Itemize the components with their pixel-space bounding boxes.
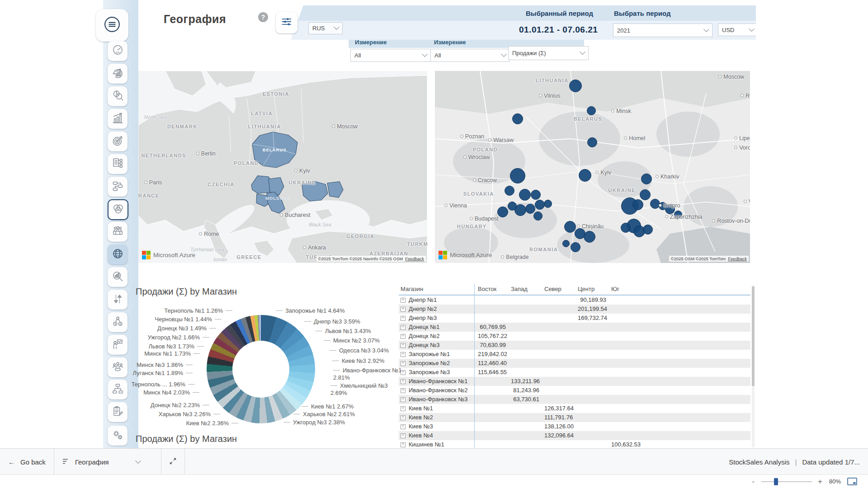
europe-choropleth-map[interactable]: MoscowESTONIALATVIALITHUANIADENMARKNorth… (138, 71, 427, 263)
table-row[interactable]: +Киев №2111,791.76 (399, 413, 750, 422)
dimension1-dropdown[interactable]: All (350, 49, 431, 62)
table-row[interactable]: +Днепр №190,189.93 (399, 296, 750, 305)
store-bubble[interactable] (525, 204, 535, 214)
help-icon[interactable]: ? (258, 12, 268, 22)
expand-icon[interactable]: + (401, 307, 406, 312)
table-row[interactable]: +Днепр №3169,732.74 (399, 314, 750, 323)
store-bubble[interactable] (640, 189, 651, 200)
expand-icon[interactable]: + (401, 298, 406, 303)
expand-icon[interactable]: + (401, 388, 406, 393)
page-selector[interactable]: География (54, 449, 161, 475)
expand-icon[interactable]: + (401, 397, 406, 402)
store-bubble[interactable] (544, 200, 552, 208)
expand-icon[interactable]: + (401, 424, 406, 429)
store-bubble[interactable] (632, 199, 643, 210)
donut-chart[interactable] (207, 315, 315, 423)
collapse-button[interactable] (161, 449, 185, 475)
sidebar-item-geography[interactable] (108, 244, 127, 264)
expand-icon[interactable]: + (401, 370, 406, 375)
store-bubble[interactable] (643, 225, 653, 235)
sidebar-item-inflow-outflow[interactable] (108, 290, 127, 310)
column-header-север[interactable]: Север (541, 284, 575, 295)
table-row[interactable]: +Донецк №160,769.95 (399, 323, 750, 332)
expand-icon[interactable]: + (401, 343, 406, 348)
sidebar-item-operations[interactable] (108, 426, 127, 446)
table-row[interactable]: +Киев №4132,096.64 (399, 431, 750, 440)
sidebar-item-kpi[interactable]: KPI (108, 41, 127, 61)
sidebar-item-team-desk[interactable] (108, 222, 127, 242)
table-row[interactable]: +Ивано-Франковск №281,243.96 (399, 386, 750, 395)
expand-icon[interactable]: + (401, 406, 406, 411)
expand-icon[interactable]: + (401, 316, 406, 321)
feedback-link[interactable]: Feedback (405, 256, 424, 261)
sidebar-item-sales-bars[interactable] (108, 109, 127, 129)
expand-icon[interactable]: + (401, 325, 406, 330)
expand-icon[interactable]: + (401, 352, 406, 357)
column-header-центр[interactable]: Центр (575, 284, 608, 295)
sidebar-item-store-analysis[interactable] (108, 267, 127, 287)
sidebar-item-distribution[interactable] (108, 380, 127, 399)
zoom-slider[interactable] (761, 481, 812, 482)
filter-settings-button[interactable] (276, 12, 297, 33)
store-bubble[interactable] (497, 206, 508, 217)
sidebar-item-audit[interactable] (108, 402, 127, 422)
store-bubble[interactable] (519, 189, 531, 201)
stores-bubble-map[interactable]: LITHUANIAVilniusMinskBELARUSMoscowRyazan… (435, 71, 750, 263)
table-row[interactable]: +Ивано-Франковск №363,730.61 (399, 395, 750, 404)
feedback-link[interactable]: Feedback (728, 256, 747, 261)
table-row[interactable]: +Запорожье №2112,460.40 (399, 359, 750, 368)
store-bubble[interactable] (621, 223, 631, 233)
table-scrollbar[interactable] (752, 286, 755, 447)
store-bubble[interactable] (571, 242, 580, 252)
table-row[interactable]: +Кишинев №1100,632.53 (399, 440, 750, 448)
store-bubble[interactable] (587, 106, 596, 115)
store-bubble[interactable] (579, 169, 591, 182)
table-row[interactable]: +Донецк №2105,767.22 (399, 332, 750, 341)
table-row[interactable]: +Донецк №370,630.99 (399, 341, 750, 350)
sidebar-item-analysis-search[interactable] (108, 86, 127, 106)
expand-icon[interactable]: + (401, 361, 406, 366)
language-dropdown[interactable]: RUS (308, 22, 343, 34)
store-bubble[interactable] (562, 240, 570, 247)
sidebar-item-dynamics[interactable] (108, 64, 127, 84)
column-header-юг[interactable]: Юг (608, 284, 642, 295)
store-bubble[interactable] (510, 168, 525, 183)
store-bubble[interactable] (564, 221, 576, 233)
column-header-восток[interactable]: Восток (475, 284, 508, 295)
expand-icon[interactable]: + (401, 334, 406, 339)
table-row[interactable]: +Запорожье №3115,646.55 (399, 368, 750, 377)
measure-dropdown[interactable]: Продажи (Σ) (508, 46, 589, 60)
table-row[interactable]: +Ивано-Франковск №1133,211.96 (399, 377, 750, 386)
sidebar-item-staff-finance[interactable]: $ (108, 312, 127, 332)
store-bubble[interactable] (641, 174, 652, 184)
expand-icon[interactable]: + (401, 433, 406, 438)
table-row[interactable]: +Киев №1126,317.64 (399, 404, 750, 413)
expand-icon[interactable]: + (401, 379, 406, 384)
fullscreen-icon[interactable] (847, 478, 857, 485)
zoom-out-button[interactable]: - (750, 477, 757, 486)
store-bubble[interactable] (569, 80, 582, 92)
expand-icon[interactable]: + (401, 415, 406, 420)
zoom-in-button[interactable]: + (816, 477, 824, 486)
go-back-button[interactable]: ← Go back (0, 449, 54, 475)
store-bubble[interactable] (531, 190, 541, 200)
store-bubble[interactable] (533, 211, 542, 221)
store-bubble[interactable] (535, 200, 545, 210)
store-bubble[interactable] (512, 113, 523, 124)
sidebar-item-presentation[interactable] (108, 335, 127, 355)
period-dropdown[interactable]: 2021 (613, 23, 712, 37)
table-row[interactable]: +Запорожье №1219,842.02 (399, 350, 750, 359)
column-header-store[interactable]: Магазин (399, 284, 475, 295)
table-row[interactable]: +Киев №3138,126.00 (399, 422, 750, 431)
expand-icon[interactable]: + (401, 442, 406, 447)
currency-dropdown[interactable]: USD (718, 23, 758, 36)
sidebar-item-reports[interactable] (108, 154, 127, 174)
menu-button[interactable] (96, 9, 128, 42)
store-bubble[interactable] (587, 137, 597, 147)
sidebar-item-customers[interactable] (108, 357, 127, 377)
dimension2-dropdown[interactable]: All (430, 49, 510, 62)
sidebar-item-segments[interactable] (108, 199, 128, 220)
store-bubble[interactable] (505, 186, 514, 196)
sidebar-item-targets[interactable] (108, 131, 127, 151)
store-bubble[interactable] (514, 204, 526, 216)
